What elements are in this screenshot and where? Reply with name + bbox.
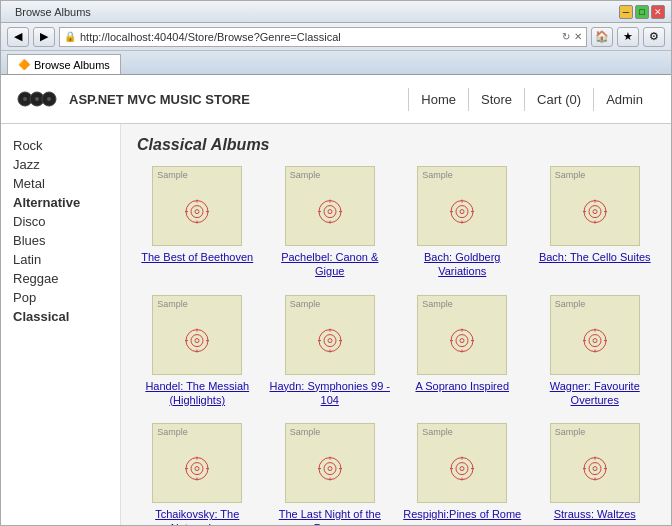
svg-point-49 xyxy=(456,334,468,346)
svg-point-7 xyxy=(191,206,203,218)
album-thumbnail: Sample xyxy=(285,295,375,375)
site-nav: Home Store Cart (0) Admin xyxy=(408,88,655,111)
album-item[interactable]: Sample Tchaikovsky: The Nu xyxy=(137,423,258,525)
svg-point-15 xyxy=(328,210,332,214)
sidebar-item-reggae[interactable]: Reggae xyxy=(9,269,112,288)
sample-label: Sample xyxy=(157,427,188,437)
sidebar-item-blues[interactable]: Blues xyxy=(9,231,112,250)
svg-point-14 xyxy=(324,206,336,218)
sidebar: Rock Jazz Metal Alternative Disco Blues … xyxy=(1,124,121,525)
minimize-button[interactable]: ─ xyxy=(619,5,633,19)
album-thumbnail: Sample xyxy=(152,295,242,375)
svg-point-48 xyxy=(451,329,473,351)
sample-label: Sample xyxy=(157,170,188,180)
album-item[interactable]: Sample Wagner: Favourite O xyxy=(535,295,656,408)
album-title: Bach: The Cello Suites xyxy=(539,250,651,264)
tab-favicon: 🔶 xyxy=(18,59,30,70)
sample-label: Sample xyxy=(422,170,453,180)
svg-point-29 xyxy=(593,210,597,214)
album-item[interactable]: Sample A Soprano Inspired xyxy=(402,295,523,408)
svg-point-69 xyxy=(319,458,341,480)
nav-home[interactable]: Home xyxy=(408,88,468,111)
nav-store[interactable]: Store xyxy=(468,88,524,111)
close-nav-icon[interactable]: ✕ xyxy=(574,31,582,42)
sidebar-item-metal[interactable]: Metal xyxy=(9,174,112,193)
sample-label: Sample xyxy=(555,299,586,309)
album-title: Respighi:Pines of Rome xyxy=(403,507,521,521)
svg-point-85 xyxy=(593,467,597,471)
album-thumbnail: Sample xyxy=(550,166,640,246)
album-item[interactable]: Sample The Last Night of t xyxy=(270,423,391,525)
album-art-placeholder xyxy=(448,455,476,483)
album-thumbnail: Sample xyxy=(152,166,242,246)
albums-grid: Sample The Best of Beethov xyxy=(137,166,655,525)
nav-bar: ◀ ▶ 🔒 http://localhost:40404/Store/Brows… xyxy=(1,23,671,51)
album-art-placeholder xyxy=(316,455,344,483)
album-item[interactable]: Sample Respighi:Pines of R xyxy=(402,423,523,525)
close-button[interactable]: ✕ xyxy=(651,5,665,19)
home-browser-button[interactable]: 🏠 xyxy=(591,27,613,47)
refresh-icon[interactable]: ↻ xyxy=(562,31,570,42)
logo-icon xyxy=(17,83,61,115)
album-art-placeholder xyxy=(183,326,211,354)
svg-point-6 xyxy=(186,201,208,223)
svg-point-13 xyxy=(319,201,341,223)
album-title: Tchaikovsky: The Nutcracker xyxy=(137,507,258,525)
sidebar-item-classical[interactable]: Classical xyxy=(9,307,112,326)
svg-point-36 xyxy=(195,338,199,342)
nav-admin[interactable]: Admin xyxy=(593,88,655,111)
album-thumbnail: Sample xyxy=(417,423,507,503)
sidebar-item-latin[interactable]: Latin xyxy=(9,250,112,269)
svg-point-71 xyxy=(328,467,332,471)
album-title: Haydn: Symphonies 99 - 104 xyxy=(270,379,391,408)
album-item[interactable]: Sample Bach: Goldberg Vari xyxy=(402,166,523,279)
svg-point-55 xyxy=(584,329,606,351)
album-thumbnail: Sample xyxy=(152,423,242,503)
svg-point-21 xyxy=(456,206,468,218)
sample-label: Sample xyxy=(290,427,321,437)
album-item[interactable]: Sample Strauss: Waltzes xyxy=(535,423,656,525)
tab-label: Browse Albums xyxy=(34,59,110,71)
sample-label: Sample xyxy=(555,170,586,180)
album-title: A Soprano Inspired xyxy=(415,379,509,393)
tools-button[interactable]: ⚙ xyxy=(643,27,665,47)
album-item[interactable]: Sample Haydn: Symphonies 9 xyxy=(270,295,391,408)
page-content: ASP.NET MVC MUSIC STORE Home Store Cart … xyxy=(1,75,671,525)
album-item[interactable]: Sample Bach: The Cello Sui xyxy=(535,166,656,279)
address-bar[interactable]: 🔒 http://localhost:40404/Store/Browse?Ge… xyxy=(59,27,587,47)
svg-point-28 xyxy=(589,206,601,218)
svg-point-78 xyxy=(460,467,464,471)
album-art-placeholder xyxy=(316,198,344,226)
album-title: Strauss: Waltzes xyxy=(554,507,636,521)
sidebar-item-disco[interactable]: Disco xyxy=(9,212,112,231)
album-art-placeholder xyxy=(448,198,476,226)
sidebar-item-rock[interactable]: Rock xyxy=(9,136,112,155)
svg-point-22 xyxy=(460,210,464,214)
album-thumbnail: Sample xyxy=(285,423,375,503)
album-item[interactable]: Sample Pachelbel: Canon & xyxy=(270,166,391,279)
maximize-button[interactable]: □ xyxy=(635,5,649,19)
back-button[interactable]: ◀ xyxy=(7,27,29,47)
album-item[interactable]: Sample The Best of Beethov xyxy=(137,166,258,279)
favorites-button[interactable]: ★ xyxy=(617,27,639,47)
svg-point-3 xyxy=(35,97,39,101)
sidebar-item-pop[interactable]: Pop xyxy=(9,288,112,307)
svg-point-34 xyxy=(186,329,208,351)
sidebar-item-jazz[interactable]: Jazz xyxy=(9,155,112,174)
logo-area: ASP.NET MVC MUSIC STORE xyxy=(17,83,250,115)
current-tab[interactable]: 🔶 Browse Albums xyxy=(7,54,121,74)
sample-label: Sample xyxy=(555,427,586,437)
album-thumbnail: Sample xyxy=(285,166,375,246)
album-thumbnail: Sample xyxy=(417,295,507,375)
svg-point-70 xyxy=(324,463,336,475)
svg-point-1 xyxy=(23,97,27,101)
sample-label: Sample xyxy=(290,299,321,309)
svg-point-57 xyxy=(593,338,597,342)
nav-cart[interactable]: Cart (0) xyxy=(524,88,593,111)
album-title: Handel: The Messiah (Highlights) xyxy=(137,379,258,408)
album-item[interactable]: Sample Handel: The Messiah xyxy=(137,295,258,408)
forward-button[interactable]: ▶ xyxy=(33,27,55,47)
album-art-placeholder xyxy=(183,455,211,483)
security-icon: 🔒 xyxy=(64,31,76,42)
sidebar-item-alternative[interactable]: Alternative xyxy=(9,193,112,212)
